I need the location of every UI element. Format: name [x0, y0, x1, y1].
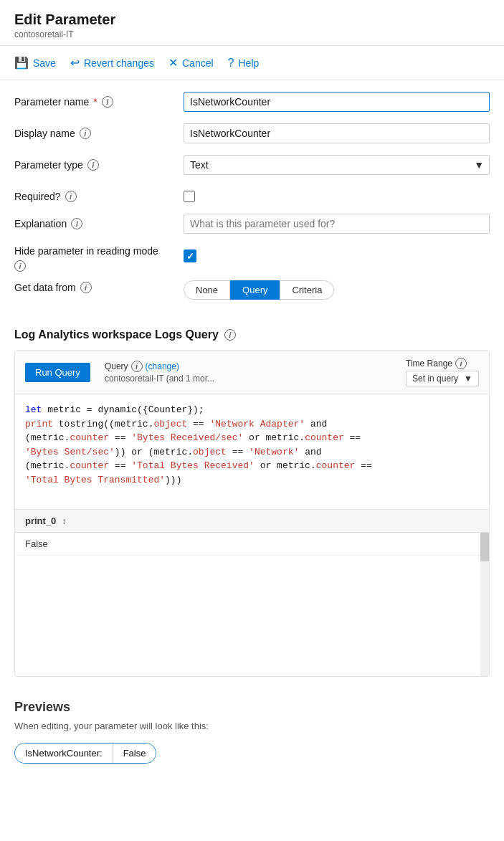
previews-title: Previews: [14, 700, 490, 715]
page-header: Edit Parameter contosoretail-IT: [0, 0, 504, 46]
get-data-none-btn[interactable]: None: [184, 280, 230, 300]
query-change-link[interactable]: (change): [146, 361, 179, 371]
sort-icon[interactable]: ↕: [62, 516, 66, 526]
results-row: False: [15, 533, 489, 556]
query-label-info-icon[interactable]: i: [131, 361, 143, 372]
revert-icon: ↩: [70, 56, 80, 70]
explanation-info-icon[interactable]: i: [71, 218, 82, 229]
hide-param-checkbox[interactable]: [184, 250, 196, 262]
required-checkbox[interactable]: [184, 191, 195, 202]
display-name-control: [184, 123, 490, 143]
hide-param-control: [184, 245, 490, 262]
results-table: print_0 ↕ False: [15, 509, 489, 676]
parameter-type-select-wrapper: Text ▼: [184, 155, 490, 175]
required-control: [184, 186, 490, 202]
results-body[interactable]: False: [15, 533, 489, 676]
query-label-row: Query i (change): [105, 361, 214, 372]
time-range: Time Range i Set in query ▼: [406, 358, 479, 386]
explanation-label: Explanation i: [14, 214, 172, 229]
hide-param-label: Hide parameter in reading mode: [14, 245, 172, 257]
hide-param-label-section: Hide parameter in reading mode i: [14, 245, 172, 272]
display-name-label: Display name i: [14, 123, 172, 139]
preview-pill: IsNetworkCounter: False: [14, 743, 156, 764]
cancel-icon: ✕: [168, 56, 178, 70]
hide-param-info-icon[interactable]: i: [14, 260, 26, 272]
parameter-name-input[interactable]: [184, 92, 490, 112]
help-button[interactable]: ? Help: [228, 54, 260, 72]
get-data-criteria-btn[interactable]: Criteria: [280, 280, 334, 300]
form-section: Parameter name * i Display name i Parame…: [0, 80, 504, 323]
required-label: Required? i: [14, 186, 172, 202]
display-name-row: Display name i: [14, 123, 490, 143]
preview-pill-value: False: [113, 743, 156, 763]
toolbar: 💾 Save ↩ Revert changes ✕ Cancel ? Help: [0, 46, 504, 80]
query-section-title: Log Analytics workspace Logs Query i: [0, 323, 504, 350]
hide-param-info: i: [14, 260, 172, 272]
get-data-row: Get data from i None Query Criteria: [14, 277, 490, 300]
parameter-type-control: Text ▼: [184, 155, 490, 175]
parameter-type-label: Parameter type i: [14, 155, 172, 171]
page-subtitle: contosoretail-IT: [14, 29, 490, 39]
time-range-select[interactable]: Set in query ▼: [406, 371, 479, 386]
code-editor[interactable]: let metric = dynamic({Counter}); print t…: [15, 394, 489, 509]
parameter-name-label: Parameter name * i: [14, 92, 172, 108]
cancel-button[interactable]: ✕ Cancel: [168, 53, 214, 72]
required-row: Required? i: [14, 186, 490, 202]
query-header: Run Query Query i (change) contosoretail…: [15, 351, 489, 394]
save-icon: 💾: [14, 56, 29, 70]
time-range-chevron-icon: ▼: [464, 374, 472, 384]
scrollbar-thumb[interactable]: [480, 533, 489, 561]
query-section-info-icon[interactable]: i: [224, 329, 236, 341]
revert-button[interactable]: ↩ Revert changes: [70, 53, 154, 72]
previews-subtitle: When editing, your parameter will look l…: [14, 721, 490, 731]
explanation-input[interactable]: [184, 214, 490, 234]
explanation-row: Explanation i: [14, 214, 490, 234]
scrollbar-track: [480, 533, 489, 676]
get-data-query-btn[interactable]: Query: [230, 280, 280, 300]
preview-pill-label: IsNetworkCounter:: [15, 743, 113, 763]
hide-param-row: Hide parameter in reading mode i: [14, 245, 490, 272]
query-info: Query i (change) contosoretail-IT (and 1…: [105, 361, 214, 384]
get-data-info-icon[interactable]: i: [80, 282, 92, 293]
parameter-name-row: Parameter name * i: [14, 92, 490, 112]
parameter-name-control: [184, 92, 490, 112]
previews-section: Previews When editing, your parameter wi…: [0, 688, 504, 775]
save-button[interactable]: 💾 Save: [14, 53, 56, 72]
required-info-icon[interactable]: i: [65, 191, 77, 202]
get-data-label: Get data from i: [14, 277, 172, 293]
explanation-control: [184, 214, 490, 234]
parameter-type-info-icon[interactable]: i: [87, 159, 99, 171]
parameter-name-info-icon[interactable]: i: [102, 96, 113, 108]
query-container: Run Query Query i (change) contosoretail…: [14, 350, 490, 677]
get-data-radio-group: None Query Criteria: [184, 277, 490, 300]
time-range-label: Time Range i: [406, 358, 479, 369]
query-workspace: contosoretail-IT (and 1 mor...: [105, 374, 214, 384]
required-asterisk: *: [93, 96, 97, 108]
get-data-control: None Query Criteria: [184, 277, 490, 300]
parameter-type-select[interactable]: Text: [184, 155, 490, 175]
parameter-type-row: Parameter type i Text ▼: [14, 155, 490, 175]
results-header: print_0 ↕: [15, 510, 489, 533]
display-name-info-icon[interactable]: i: [80, 128, 91, 139]
help-icon: ?: [228, 57, 234, 70]
page-title: Edit Parameter: [14, 11, 490, 28]
display-name-input[interactable]: [184, 123, 490, 143]
run-query-button[interactable]: Run Query: [25, 363, 90, 382]
time-range-info-icon[interactable]: i: [455, 358, 467, 369]
results-column-label: print_0: [25, 515, 56, 526]
